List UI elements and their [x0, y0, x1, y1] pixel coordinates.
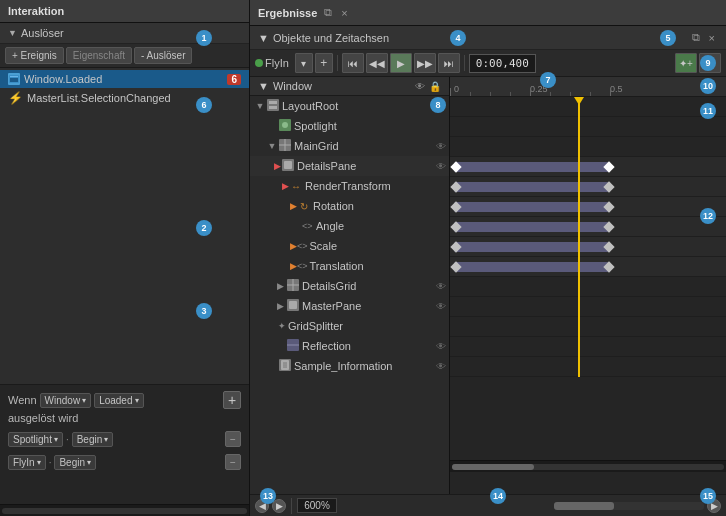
remove-action-1-button[interactable]: − [225, 431, 241, 447]
right-panel: Ergebnisse ⧉ × ▼ Objekte und Zeitachsen … [250, 0, 726, 516]
eigenschaft-button[interactable]: Eigenschaft [66, 47, 132, 64]
tree-item-angle[interactable]: <> Angle [250, 216, 449, 236]
active-indicator [255, 59, 263, 67]
remove-ausloeser-button[interactable]: - Auslöser [134, 47, 192, 64]
interaktion-title: Interaktion [8, 5, 64, 17]
tree-item-detailsgrid[interactable]: ▶ DetailsGrid 👁 [250, 276, 449, 296]
maingrid-icon [278, 139, 292, 153]
rendertransform-label: RenderTransform [305, 180, 391, 192]
transport-to-end[interactable]: ⏭ [438, 53, 460, 73]
time-needle[interactable] [578, 97, 580, 377]
spotlight-icon [278, 119, 292, 133]
callout-12: 12 [700, 208, 716, 224]
window-expand-icon: ▼ [258, 80, 269, 92]
add-storyboard-button[interactable]: + [315, 53, 333, 73]
ruler-tick-minor-5 [570, 92, 571, 96]
window-dropdown[interactable]: Window [40, 393, 92, 408]
timeline-row-detailsgrid [450, 277, 726, 297]
lock-icon[interactable]: 🔒 [429, 81, 441, 92]
callout-15: 15 [700, 488, 716, 504]
ausgeloest-label: ausgelöst wird [8, 412, 78, 424]
tree-item-gridsplitter[interactable]: ✦ GridSplitter [250, 316, 449, 336]
add-ereignis-button[interactable]: + Ereignis [5, 47, 64, 64]
transport-rewind[interactable]: ◀◀ [366, 53, 388, 73]
objects-triangle: ▼ [258, 32, 269, 44]
tree-item-rendertransform[interactable]: ▶ ↔ RenderTransform [250, 176, 449, 196]
timeline-row-layoutroot [450, 97, 726, 117]
flyin-dropdown[interactable]: FlyIn [8, 455, 46, 470]
ruler-tick-minor-3 [510, 92, 511, 96]
svg-rect-12 [284, 161, 292, 169]
layoutroot-label: LayoutRoot [282, 100, 338, 112]
detailsgrid-eye[interactable]: 👁 [436, 281, 446, 292]
time-needle-head [574, 97, 584, 105]
trigger-item-window-loaded[interactable]: Window.Loaded 6 [0, 70, 249, 88]
condition-row-2: ausgelöst wird [8, 412, 241, 424]
ergebnisse-header: Ergebnisse ⧉ × [250, 0, 359, 25]
visibility-icon[interactable]: 👁 [415, 81, 425, 92]
objects-timelines-header: ▼ Objekte und Zeitachsen ⧉ × [250, 26, 726, 50]
detailspane-eye[interactable]: 👁 [436, 161, 446, 172]
window-section-header: ▼ Window 👁 🔒 [250, 77, 449, 96]
undock-button[interactable]: ⧉ [321, 5, 335, 20]
scale-icon: <> [297, 241, 308, 251]
objects-close-button[interactable]: × [706, 30, 718, 45]
tree-item-rotation[interactable]: ▶ ↻ Rotation [250, 196, 449, 216]
transport-play[interactable]: ▶ [390, 53, 412, 73]
wenn-label: Wenn [8, 394, 37, 406]
add-keyframe-button[interactable]: ✦+ [675, 53, 697, 73]
tree-item-layoutroot[interactable]: ▼ LayoutRoot 👁 [250, 96, 449, 116]
storyboard-name: FlyIn [265, 57, 289, 69]
tree-item-reflection[interactable]: Reflection 👁 [250, 336, 449, 356]
reflection-eye[interactable]: 👁 [436, 341, 446, 352]
ruler-tick-05 [610, 88, 611, 96]
zoom-level-display: 600% [297, 498, 337, 513]
remove-action-2-button[interactable]: − [225, 454, 241, 470]
left-scroll-track [2, 508, 247, 514]
masterpane-eye[interactable]: 👁 [436, 301, 446, 312]
maingrid-eye[interactable]: 👁 [436, 141, 446, 152]
begin-dropdown-1[interactable]: Begin [72, 432, 114, 447]
ruler-tick-025 [530, 88, 531, 96]
tree-item-detailspane[interactable]: ▶ DetailsPane 👁 [250, 156, 449, 176]
spotlight-dropdown[interactable]: Spotlight [8, 432, 63, 447]
trans-bar [454, 262, 609, 272]
tree-item-maingrid[interactable]: ▼ MainGrid 👁 [250, 136, 449, 156]
timeline-ruler: 0 0.25 0.5 [450, 77, 726, 97]
trigger-label-masterlist: MasterList.SelectionChanged [27, 92, 171, 104]
add-condition-button[interactable]: + [223, 391, 241, 409]
tree-item-sampleinfo[interactable]: Sample_Information 👁 [250, 356, 449, 376]
close-right-button[interactable]: × [338, 6, 350, 20]
timeline-row-angle [450, 217, 726, 237]
gridsplitter-icon: ✦ [278, 321, 286, 331]
objects-label: Objekte und Zeitachsen [273, 32, 389, 44]
transport-forward[interactable]: ▶▶ [414, 53, 436, 73]
ruler-tick-minor-4 [550, 92, 551, 96]
translation-orange-triangle: ▶ [290, 261, 297, 271]
svg-rect-3 [267, 99, 279, 111]
bottom-toolbar: ◀ ▶ 600% ▶ [250, 494, 726, 516]
layoutroot-icon [266, 99, 280, 113]
keyframe-hscrollbar[interactable] [450, 460, 726, 472]
loaded-dropdown[interactable]: Loaded [94, 393, 143, 408]
rendertransform-red-triangle: ▶ [282, 181, 289, 191]
scale-label: Scale [310, 240, 338, 252]
trigger-badge-6: 6 [227, 74, 241, 85]
detailsgrid-icon [286, 279, 300, 293]
timeline-row-sampleinfo [450, 357, 726, 377]
tree-item-masterpane[interactable]: ▶ MasterPane 👁 [250, 296, 449, 316]
left-scrollbar[interactable] [0, 504, 249, 516]
tree-item-scale[interactable]: ▶ <> Scale [250, 236, 449, 256]
begin-dropdown-2[interactable]: Begin [54, 455, 96, 470]
storyboard-dropdown-button[interactable]: ▾ [295, 53, 313, 73]
objects-undock-button[interactable]: ⧉ [689, 30, 703, 45]
svg-rect-2 [10, 78, 18, 82]
tree-item-spotlight[interactable]: Spotlight [250, 116, 449, 136]
rt-bar [454, 182, 609, 192]
sampleinfo-eye[interactable]: 👁 [436, 361, 446, 372]
keyframe-scroll-track [452, 464, 724, 470]
window-icon [8, 73, 20, 85]
timeline-rows [450, 97, 726, 377]
tree-item-translation[interactable]: ▶ <> Translation [250, 256, 449, 276]
transport-to-start[interactable]: ⏮ [342, 53, 364, 73]
